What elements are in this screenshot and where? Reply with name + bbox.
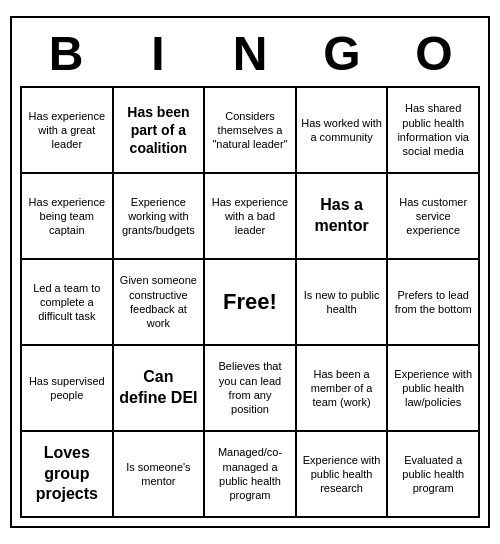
bingo-cell: Has experience being team captain [22,174,114,260]
bingo-cell: Experience with public health research [297,432,389,518]
bingo-cell: Has supervised people [22,346,114,432]
bingo-cell: Free! [205,260,297,346]
bingo-cell: Evaluated a public health program [388,432,480,518]
bingo-cell: Can define DEI [114,346,206,432]
bingo-cell: Has customer service experience [388,174,480,260]
bingo-cell: Led a team to complete a difficult task [22,260,114,346]
bingo-title: BINGO [20,26,480,86]
bingo-grid: Has experience with a great leaderHas be… [20,86,480,518]
bingo-cell: Believes that you can lead from any posi… [205,346,297,432]
bingo-cell: Considers themselves a "natural leader" [205,88,297,174]
bingo-letter: I [118,30,198,78]
bingo-letter: G [302,30,382,78]
bingo-cell: Has a mentor [297,174,389,260]
bingo-cell: Is someone's mentor [114,432,206,518]
bingo-cell: Has shared public health information via… [388,88,480,174]
bingo-cell: Has experience with a bad leader [205,174,297,260]
bingo-cell: Given someone constructive feedback at w… [114,260,206,346]
bingo-cell: Experience working with grants/budgets [114,174,206,260]
bingo-cell: Loves group projects [22,432,114,518]
bingo-letter: O [394,30,474,78]
bingo-cell: Prefers to lead from the bottom [388,260,480,346]
bingo-letter: N [210,30,290,78]
bingo-cell: Has been part of a coalition [114,88,206,174]
bingo-cell: Is new to public health [297,260,389,346]
bingo-cell: Has experience with a great leader [22,88,114,174]
bingo-cell: Has been a member of a team (work) [297,346,389,432]
bingo-cell: Has worked with a community [297,88,389,174]
bingo-letter: B [26,30,106,78]
bingo-cell: Managed/co-managed a public health progr… [205,432,297,518]
bingo-cell: Experience with public health law/polici… [388,346,480,432]
bingo-card: BINGO Has experience with a great leader… [10,16,490,528]
